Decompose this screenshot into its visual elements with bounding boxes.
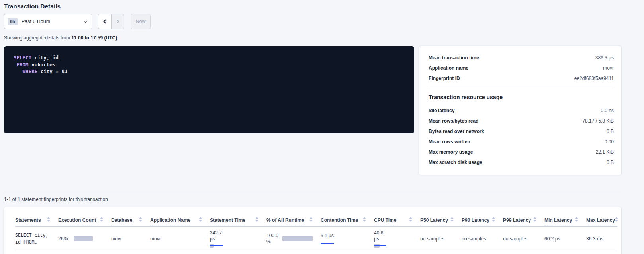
sort-icon[interactable] [363, 217, 366, 222]
statement-time-cell: 342.7 µs [210, 230, 266, 248]
p99-latency-cell: no samples [503, 236, 544, 242]
column-header-max-latency[interactable]: Max Latency [586, 217, 626, 226]
sql-text: city, id [31, 55, 59, 61]
statement-time-value: 342.7 [210, 230, 266, 236]
runtime-pct-text: 100.0 % [266, 233, 278, 245]
sql-keyword: WHERE [14, 68, 37, 74]
statement-text-line: id FROM… [15, 239, 58, 246]
column-label: CPU Time [374, 217, 396, 226]
stats-prefix: Showing aggregated stats from [4, 35, 71, 41]
column-header-p99-latency[interactable]: P99 Latency [503, 217, 544, 226]
p90-latency-cell: no samples [462, 236, 503, 242]
cpu-time-cell: 40.8 µs [374, 230, 420, 248]
resource-row: Max scratch disk usage 0 B [429, 157, 614, 168]
summary-label: Fingerprint ID [429, 76, 460, 81]
column-header-database[interactable]: Database [111, 217, 150, 226]
statements-table: Statements Execution Count Database Appl… [4, 207, 621, 254]
sort-icon[interactable] [575, 217, 578, 222]
column-header-runtime-pct[interactable]: % of All Runtime [266, 217, 321, 226]
now-button[interactable]: Now [131, 14, 151, 29]
sort-icon[interactable] [409, 217, 412, 222]
table-header-row: Statements Execution Count Database Appl… [15, 211, 617, 227]
sql-text: vehicles [29, 62, 56, 68]
time-range-badge: 6h [8, 18, 18, 25]
main-content: SELECT city, id FROM vehicles WHERE city… [4, 46, 621, 175]
column-label: Contention Time [321, 217, 358, 226]
p50-latency-cell: no samples [420, 236, 462, 242]
time-controls: 6h Past 6 Hours Now [4, 14, 621, 29]
column-label: P50 Latency [420, 217, 448, 226]
resource-row: Mean rows/bytes read 78.17 / 5.8 KiB [429, 116, 614, 126]
sql-line: FROM vehicles [14, 61, 405, 68]
page: Transaction Details 6h Past 6 Hours Now … [4, 0, 621, 254]
contention-time-bar [321, 241, 334, 244]
panel-divider [429, 88, 614, 88]
runtime-pct-bar [282, 236, 313, 241]
sort-icon[interactable] [47, 217, 50, 222]
column-header-statement-time[interactable]: Statement Time [210, 217, 266, 226]
summary-value: ee2df683f5aa9411 [574, 76, 614, 81]
column-label: P99 Latency [503, 217, 531, 226]
statement-time-unit: µs [210, 236, 266, 242]
resource-value: 0.00 [605, 139, 614, 145]
summary-value: 386.3 µs [595, 55, 614, 61]
sort-icon[interactable] [492, 217, 495, 222]
next-interval-button[interactable] [111, 14, 124, 29]
summary-row: Fingerprint ID ee2df683f5aa9411 [429, 73, 614, 84]
runtime-pct-unit: % [266, 239, 278, 245]
resource-label: Max scratch disk usage [429, 160, 482, 165]
column-header-statements[interactable]: Statements [15, 217, 58, 226]
sql-line: WHERE city = $1 [14, 68, 405, 75]
column-label: Application Name [150, 217, 190, 226]
sql-text: city = $1 [37, 68, 67, 74]
resource-row: Idle latency 0.0 ns [429, 106, 614, 116]
sort-icon[interactable] [100, 217, 103, 222]
stats-range: 11:00 to 17:59 (UTC) [71, 35, 117, 41]
column-header-contention-time[interactable]: Contention Time [321, 217, 374, 226]
resource-row: Mean rows written 0.00 [429, 137, 614, 147]
column-header-p50-latency[interactable]: P50 Latency [420, 217, 462, 226]
fingerprints-caption: 1-1 of 1 statement fingerprints for this… [4, 197, 621, 202]
resource-label: Max memory usage [429, 149, 473, 155]
column-label: Max Latency [586, 217, 615, 226]
summary-row: Mean transaction time 386.3 µs [429, 53, 614, 63]
max-latency-cell: 36.3 ms [586, 236, 617, 242]
min-latency-cell: 60.2 µs [544, 236, 586, 242]
sort-icon[interactable] [533, 217, 536, 222]
table-row: SELECT city, id FROM… 263k movr movr 342… [15, 227, 617, 251]
previous-interval-button[interactable] [98, 14, 111, 29]
column-header-cpu-time[interactable]: CPU Time [374, 217, 420, 226]
resource-usage-heading: Transaction resource usage [429, 94, 614, 100]
column-header-p90-latency[interactable]: P90 Latency [462, 217, 503, 226]
summary-label: Mean transaction time [429, 55, 479, 61]
aggregated-stats-line: Showing aggregated stats from 11:00 to 1… [4, 35, 621, 41]
resource-value: 78.17 / 5.8 KiB [582, 118, 614, 124]
resource-row: Bytes read over network 0 B [429, 126, 614, 137]
statement-text-line: SELECT city, [15, 232, 58, 239]
cpu-time-value: 40.8 [374, 230, 420, 236]
execution-count-bar [74, 236, 93, 241]
resource-label: Mean rows written [429, 139, 470, 145]
column-header-min-latency[interactable]: Min Latency [544, 217, 586, 226]
column-header-execution-count[interactable]: Execution Count [58, 217, 111, 226]
column-label: Min Latency [544, 217, 572, 226]
sql-keyword: FROM [14, 62, 29, 68]
column-label: % of All Runtime [266, 217, 304, 226]
column-header-application-name[interactable]: Application Name [150, 217, 210, 226]
execution-count-cell: 263k [58, 236, 111, 242]
sort-icon[interactable] [199, 217, 202, 222]
sort-icon[interactable] [309, 217, 313, 222]
sql-statement-box: SELECT city, id FROM vehicles WHERE city… [4, 46, 414, 133]
sort-icon[interactable] [450, 217, 454, 222]
sort-icon[interactable] [615, 217, 618, 222]
chevron-left-icon [103, 19, 108, 23]
section-divider [4, 191, 621, 191]
column-label: Database [111, 217, 132, 226]
transaction-summary-panel: Mean transaction time 386.3 µs Applicati… [419, 46, 621, 175]
summary-label: Application name [429, 65, 468, 71]
sort-icon[interactable] [255, 217, 258, 222]
sort-icon[interactable] [139, 217, 142, 222]
time-range-dropdown[interactable]: 6h Past 6 Hours [4, 14, 92, 29]
statement-link[interactable]: SELECT city, id FROM… [15, 232, 58, 246]
resource-value: 0.0 ns [601, 108, 614, 113]
